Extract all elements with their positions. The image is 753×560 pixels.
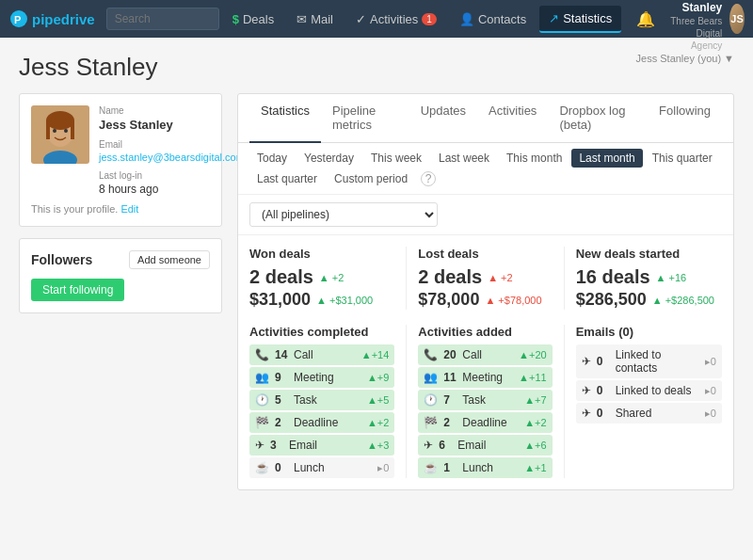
new-deals-title: New deals started [576, 247, 722, 261]
page-title: Jess Stanley [19, 53, 157, 82]
profile-email[interactable]: jess.stanley@3bearsdigital.com [99, 152, 245, 163]
notification-bell-icon[interactable]: 🔔 [629, 7, 663, 32]
svg-rect-6 [71, 120, 74, 139]
pipeline-select[interactable]: (All pipelines) [249, 202, 438, 227]
list-item: ☕ 0 Lunch ▸0 [249, 457, 394, 478]
logo[interactable]: P pipedrive [9, 9, 95, 28]
activity-delta: ▲+2 [367, 417, 389, 428]
email-label: Email [99, 139, 245, 150]
filter-last-quarter[interactable]: Last quarter [249, 169, 325, 188]
nav-item-contacts[interactable]: 👤 Contacts [450, 7, 536, 32]
list-item: ✈ 0 Linked to contacts ▸0 [576, 344, 722, 378]
nav-deals-label: Deals [243, 12, 274, 26]
profile-info: Name Jess Stanley Email jess.stanley@3be… [99, 105, 245, 196]
filter-this-week[interactable]: This week [363, 149, 429, 168]
filter-this-quarter[interactable]: This quarter [645, 149, 720, 168]
count: 9 [275, 371, 288, 384]
tab-dropbox-log[interactable]: Dropbox log (beta) [548, 94, 648, 143]
send-icon: ✈ [582, 355, 591, 368]
profile-name: Jess Stanley [99, 118, 245, 132]
tab-activities[interactable]: Activities [477, 94, 548, 143]
tab-updates[interactable]: Updates [409, 94, 477, 143]
send-icon: ✈ [582, 407, 591, 420]
filter-today[interactable]: Today [249, 149, 295, 168]
count: 1 [443, 461, 457, 474]
task-icon: 🕐 [255, 393, 269, 407]
avatar: JS [729, 4, 745, 34]
email-label: Linked to deals [616, 384, 699, 397]
filter-this-month[interactable]: This month [499, 149, 569, 168]
list-item: 👥 11 Meeting ▲+11 [418, 367, 552, 388]
email-icon: ✈ [424, 439, 433, 452]
list-item: 🏁 2 Deadline ▲+2 [249, 412, 394, 433]
lunch-icon: ☕ [424, 461, 438, 474]
activities-icon: ✓ [356, 12, 366, 26]
nav-contacts-label: Contacts [478, 12, 526, 26]
activities-added-section: Activities added 📞 20 Call ▲+20 👥 11 Mee… [407, 325, 564, 478]
list-item: ✈ 3 Email ▲+3 [249, 435, 394, 456]
email-label: Linked to contacts [616, 348, 699, 375]
filter-last-week[interactable]: Last week [431, 149, 497, 168]
new-deals-value-delta: ▲ +$286,500 [652, 295, 714, 306]
email-count: 0 [597, 407, 610, 420]
mail-icon: ✉ [296, 12, 307, 26]
emails-title: Emails (0) [576, 325, 722, 339]
won-deals-section: Won deals 2 deals ▲ +2 $31,000 ▲ +$31,00… [249, 247, 407, 310]
followers-title: Followers [31, 252, 92, 267]
count: 3 [270, 439, 283, 452]
profile-sidebar: Name Jess Stanley Email jess.stanley@3be… [19, 93, 222, 490]
profile-card: Name Jess Stanley Email jess.stanley@3be… [19, 93, 222, 227]
emails-section: Emails (0) ✈ 0 Linked to contacts ▸0 ✈ 0… [565, 325, 722, 478]
last-login: 8 hours ago [99, 183, 245, 196]
add-someone-button[interactable]: Add someone [129, 250, 210, 269]
tab-following[interactable]: Following [648, 94, 722, 143]
contacts-icon: 👤 [459, 12, 474, 26]
list-item: 🏁 2 Deadline ▲+2 [418, 412, 552, 433]
email-delta: ▸0 [705, 356, 716, 368]
list-item: 📞 20 Call ▲+20 [418, 344, 552, 365]
name-label: Name [99, 105, 245, 116]
lost-deals-count-delta: ▲ +2 [488, 272, 513, 283]
activity-name: Lunch [462, 461, 519, 474]
edit-link[interactable]: Edit [120, 203, 138, 215]
activity-name: Email [289, 439, 361, 452]
nav-item-activities[interactable]: ✓ Activities 1 [346, 7, 446, 32]
lost-deals-count: 2 deals [418, 266, 482, 288]
activity-delta: ▲+7 [524, 394, 546, 406]
nav-item-mail[interactable]: ✉ Mail [287, 7, 343, 32]
nav-user[interactable]: Jess Stanley Three Bears Digital Agency … [666, 0, 745, 52]
start-following-button[interactable]: Start following [31, 279, 124, 301]
tab-statistics[interactable]: Statistics [249, 94, 321, 143]
activity-delta: ▲+14 [361, 349, 390, 360]
call-icon: 📞 [255, 348, 269, 361]
nav-user-company: Three Bears Digital Agency [666, 15, 722, 52]
help-icon[interactable]: ? [421, 171, 436, 186]
activity-delta: ▲+11 [519, 372, 547, 383]
list-item: ✈ 0 Shared ▸0 [576, 403, 722, 424]
svg-rect-5 [46, 120, 50, 139]
count: 20 [443, 348, 457, 361]
activity-delta: ▲+20 [519, 349, 547, 360]
list-item: ☕ 1 Lunch ▲+1 [418, 457, 552, 478]
filter-custom-period[interactable]: Custom period [327, 169, 415, 188]
you-label[interactable]: Jess Stanley (you) ▼ [636, 53, 734, 64]
activity-delta: ▲+5 [367, 394, 389, 406]
count: 2 [275, 416, 288, 429]
new-deals-count-delta: ▲ +16 [656, 272, 687, 283]
nav-user-info: Jess Stanley Three Bears Digital Agency [666, 0, 722, 52]
lunch-icon: ☕ [255, 461, 269, 474]
nav-item-deals[interactable]: $ Deals [223, 7, 283, 32]
svg-point-9 [64, 129, 68, 133]
tab-pipeline-metrics[interactable]: Pipeline metrics [321, 94, 409, 143]
search-input[interactable] [106, 8, 219, 30]
filter-yesterday[interactable]: Yesterday [296, 149, 361, 168]
filter-last-month[interactable]: Last month [571, 149, 642, 168]
activities-completed-title: Activities completed [249, 325, 394, 339]
nav-item-statistics[interactable]: ↗ Statistics [539, 6, 621, 33]
activity-name: Call [462, 348, 513, 361]
profile-edit-text: This is your profile. Edit [31, 203, 210, 215]
activity-name: Task [294, 393, 361, 407]
deadline-icon: 🏁 [424, 416, 438, 429]
won-deals-title: Won deals [249, 247, 394, 261]
count: 2 [443, 416, 457, 429]
